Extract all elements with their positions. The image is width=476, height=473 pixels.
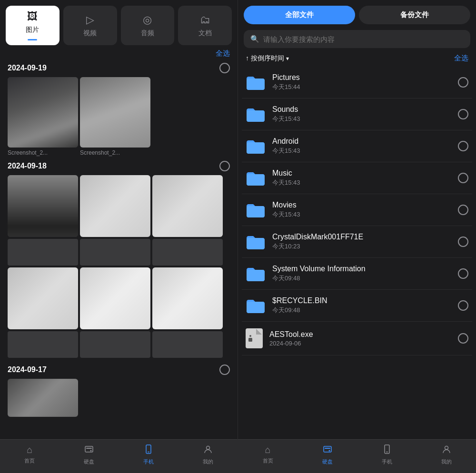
search-icon: 🔍 [250,35,259,43]
right-nav-home[interactable]: ⌂ 首页 [238,444,298,465]
file-check-movies[interactable] [458,205,468,215]
phone-icon-left [144,444,153,456]
photo-row-0918-labels-1 [8,239,230,266]
sort-chevron-icon: ▾ [286,55,289,62]
file-item-pictures[interactable]: Pictures 今天15:44 [242,67,472,99]
tab-audio-label: 音频 [141,29,154,38]
file-item-recycle[interactable]: $RECYCLE.BIN 今天09:48 [242,290,472,322]
photo-thumb-3[interactable] [80,175,150,237]
file-item-android[interactable]: Android 今天15:43 [242,130,472,162]
photo-thumb-1[interactable] [80,77,150,148]
date-select-circle-0919[interactable] [219,63,230,73]
photo-thumb-2[interactable] [8,175,78,237]
folder-icon-music [246,169,266,187]
file-name-crystaldisk: CrystalDiskMark001FF71E [272,233,451,241]
file-name-aestool: AESTool.exe [269,330,451,339]
tab-photos[interactable]: 🖼 图片 [6,6,60,45]
file-item-sysvolinfo[interactable]: System Volume Information 今天09:48 [242,258,472,290]
left-nav-phone[interactable]: 手机 [119,444,178,465]
photo-label-0: Screenshot_2... [8,149,78,156]
date-select-circle-0917[interactable] [219,365,230,375]
photo-thumb-5[interactable] [8,267,78,329]
file-item-movies[interactable]: Movies 今天15:43 [242,194,472,226]
mine-label-left: 我的 [203,458,213,465]
svg-point-8 [249,335,251,337]
file-date-music: 今天15:43 [272,178,451,187]
file-date-pictures: 今天15:44 [272,83,451,91]
svg-rect-1 [86,448,92,449]
file-icon-aestool [246,328,263,348]
svg-point-11 [328,450,330,452]
file-check-music[interactable] [458,173,468,183]
file-info-music: Music 今天15:43 [272,169,451,187]
file-check-crystaldisk[interactable] [458,236,468,247]
svg-rect-7 [248,338,252,342]
file-item-sounds[interactable]: Sounds 今天15:43 [242,99,472,130]
phone-label-right: 手机 [382,458,392,465]
right-nav-mine[interactable]: 我的 [416,444,476,465]
tab-video[interactable]: ▷ 视频 [63,6,117,45]
photo-row-0918-labels-2 [8,331,230,358]
svg-rect-10 [325,448,330,449]
right-nav-phone[interactable]: 手机 [357,444,416,465]
disk-label-left: 硬盘 [84,458,94,465]
sort-text: ↑ 按倒序时间 [246,54,284,63]
tab-audio[interactable]: ◎ 音频 [121,6,175,45]
photo-thumb-4[interactable] [152,175,223,237]
left-nav-mine[interactable]: 我的 [178,444,238,465]
file-info-crystaldisk: CrystalDiskMark001FF71E 今天10:23 [272,233,451,251]
select-all-button[interactable]: 全选 [216,49,230,58]
file-check-pictures[interactable] [458,77,468,88]
file-item-music[interactable]: Music 今天15:43 [242,162,472,194]
right-nav-disk[interactable]: 硬盘 [298,444,357,465]
file-check-aestool[interactable] [458,333,468,344]
file-date-android: 今天15:43 [272,147,451,155]
tab-photos-label: 图片 [26,26,39,34]
file-check-recycle[interactable] [458,300,468,311]
home-label-right: 首页 [263,457,273,464]
select-all-row: 全选 [0,45,238,60]
photo-label-1: Screenshot_2... [80,149,150,156]
search-input[interactable] [263,35,464,43]
file-date-sounds: 今天15:43 [272,115,451,123]
mine-icon-left [203,444,213,456]
file-date-sysvolinfo: 今天09:48 [272,274,451,283]
file-info-recycle: $RECYCLE.BIN 今天09:48 [272,296,451,315]
file-check-android[interactable] [458,141,468,151]
photo-label-strip-5 [152,331,223,358]
all-files-button[interactable]: 全部文件 [244,6,355,24]
mine-icon-right [442,444,451,456]
photo-thumb-8[interactable] [8,379,78,417]
date-select-circle-0918[interactable] [219,161,230,171]
tab-docs-label: 文档 [198,29,212,38]
file-check-sysvolinfo[interactable] [458,268,468,279]
file-name-sysvolinfo: System Volume Information [272,265,451,273]
date-header-0918: 2024-09-18 [8,161,230,171]
folder-icon-sounds [246,106,266,123]
backup-files-button[interactable]: 备份文件 [359,6,470,24]
left-nav-disk[interactable]: 硬盘 [60,444,119,465]
tab-docs[interactable]: 🗂 文档 [178,6,232,45]
svg-rect-13 [386,452,388,453]
file-item-crystaldisk[interactable]: CrystalDiskMark001FF71E 今天10:23 [242,226,472,258]
photo-thumb-7[interactable] [152,267,223,329]
photo-thumb-6[interactable] [80,267,150,329]
folder-icon-android [246,138,266,155]
left-nav-home[interactable]: ⌂ 首页 [0,444,60,465]
sort-label[interactable]: ↑ 按倒序时间 ▾ [246,54,289,63]
file-item-aestool[interactable]: AESTool.exe 2024-09-06 [242,322,472,355]
file-check-sounds[interactable] [458,109,468,119]
phone-label-left: 手机 [143,458,154,465]
photo-thumb-0[interactable] [8,77,78,148]
video-icon: ▷ [86,14,94,26]
right-bottom-nav: ⌂ 首页 硬盘 手机 [238,439,476,473]
phone-icon-right [382,444,392,456]
date-label-0918: 2024-09-18 [8,162,47,170]
file-name-movies: Movies [272,201,451,209]
right-select-all-button[interactable]: 全选 [454,54,468,63]
folder-icon-recycle [246,297,266,314]
file-date-crystaldisk: 今天10:23 [272,242,451,251]
audio-icon: ◎ [143,14,152,26]
photo-label-strip-1 [80,239,150,266]
folder-icon-crystaldisk [246,233,266,250]
